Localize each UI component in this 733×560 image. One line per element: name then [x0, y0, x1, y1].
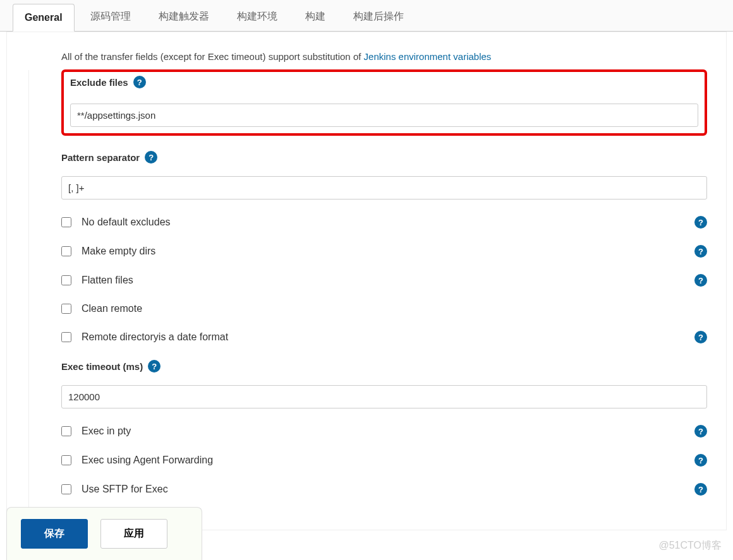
- tab-environment[interactable]: 构建环境: [225, 2, 289, 31]
- remote-dir-date-label[interactable]: Remote directoryis a date format: [82, 331, 228, 343]
- exec-agent-forwarding-label[interactable]: Exec using Agent Forwarding: [82, 455, 213, 466]
- watermark: @51CTO博客: [658, 539, 722, 552]
- exclude-files-highlight: Exclude files ?: [61, 69, 707, 136]
- help-icon[interactable]: ?: [694, 245, 707, 258]
- exec-in-pty-row: Exec in pty ?: [61, 425, 707, 438]
- tab-general[interactable]: General: [13, 4, 75, 32]
- help-icon[interactable]: ?: [694, 274, 707, 287]
- make-empty-dirs-label[interactable]: Make empty dirs: [82, 246, 155, 257]
- exec-agent-forwarding-checkbox[interactable]: [61, 455, 71, 465]
- exec-timeout-block: Exec timeout (ms) ?: [61, 360, 707, 408]
- help-icon[interactable]: ?: [694, 483, 707, 496]
- pattern-separator-input[interactable]: [61, 176, 707, 200]
- exclude-files-label: Exclude files: [70, 77, 128, 88]
- exec-agent-forwarding-row: Exec using Agent Forwarding ?: [61, 454, 707, 467]
- help-icon[interactable]: ?: [133, 76, 146, 88]
- apply-button[interactable]: 应用: [100, 519, 167, 549]
- exec-timeout-label-row: Exec timeout (ms) ?: [61, 360, 707, 372]
- remote-dir-date-checkbox[interactable]: [61, 332, 71, 342]
- tab-scm[interactable]: 源码管理: [78, 2, 143, 31]
- flatten-files-label[interactable]: Flatten files: [82, 275, 133, 286]
- help-icon[interactable]: ?: [148, 360, 161, 372]
- exec-timeout-input[interactable]: [61, 385, 707, 408]
- exclude-files-label-row: Exclude files ?: [70, 76, 698, 88]
- help-icon[interactable]: ?: [145, 151, 157, 164]
- use-sftp-row: Use SFTP for Exec ?: [61, 483, 707, 496]
- pattern-separator-block: Pattern separator ?: [61, 151, 707, 200]
- save-button[interactable]: 保存: [21, 519, 88, 549]
- pattern-separator-label: Pattern separator: [61, 152, 140, 163]
- help-icon[interactable]: ?: [694, 454, 707, 467]
- flatten-files-checkbox[interactable]: [61, 275, 71, 285]
- exclude-files-input[interactable]: [70, 104, 698, 127]
- remote-dir-date-row: Remote directoryis a date format ?: [61, 331, 707, 343]
- exec-timeout-label: Exec timeout (ms): [61, 361, 143, 372]
- vertical-divider: [28, 70, 29, 530]
- footer-actions: 保存 应用: [6, 507, 202, 560]
- info-link-env-vars[interactable]: Jenkins environment variables: [364, 51, 492, 62]
- clean-remote-label[interactable]: Clean remote: [82, 303, 142, 314]
- flatten-files-row: Flatten files ?: [61, 274, 707, 287]
- config-tabs: General 源码管理 构建触发器 构建环境 构建 构建后操作: [0, 0, 733, 32]
- no-default-excludes-row: No default excludes ?: [61, 216, 707, 229]
- help-icon[interactable]: ?: [694, 216, 707, 229]
- clean-remote-row: Clean remote: [61, 303, 707, 314]
- clean-remote-checkbox[interactable]: [61, 304, 71, 314]
- exec-in-pty-label[interactable]: Exec in pty: [82, 426, 131, 437]
- main-panel: All of the transfer fields (except for E…: [6, 32, 727, 530]
- make-empty-dirs-row: Make empty dirs ?: [61, 245, 707, 258]
- info-prefix: All of the transfer fields (except for E…: [61, 51, 364, 62]
- tab-triggers[interactable]: 构建触发器: [147, 2, 221, 31]
- no-default-excludes-label[interactable]: No default excludes: [82, 217, 171, 228]
- info-text: All of the transfer fields (except for E…: [61, 51, 707, 62]
- pattern-separator-label-row: Pattern separator ?: [61, 151, 707, 164]
- help-icon[interactable]: ?: [694, 425, 707, 438]
- tab-post-build[interactable]: 构建后操作: [341, 2, 416, 31]
- tab-build[interactable]: 构建: [293, 2, 337, 31]
- use-sftp-checkbox[interactable]: [61, 484, 71, 494]
- no-default-excludes-checkbox[interactable]: [61, 217, 71, 227]
- exec-in-pty-checkbox[interactable]: [61, 426, 71, 436]
- help-icon[interactable]: ?: [694, 331, 707, 343]
- use-sftp-label[interactable]: Use SFTP for Exec: [82, 484, 168, 495]
- make-empty-dirs-checkbox[interactable]: [61, 246, 71, 256]
